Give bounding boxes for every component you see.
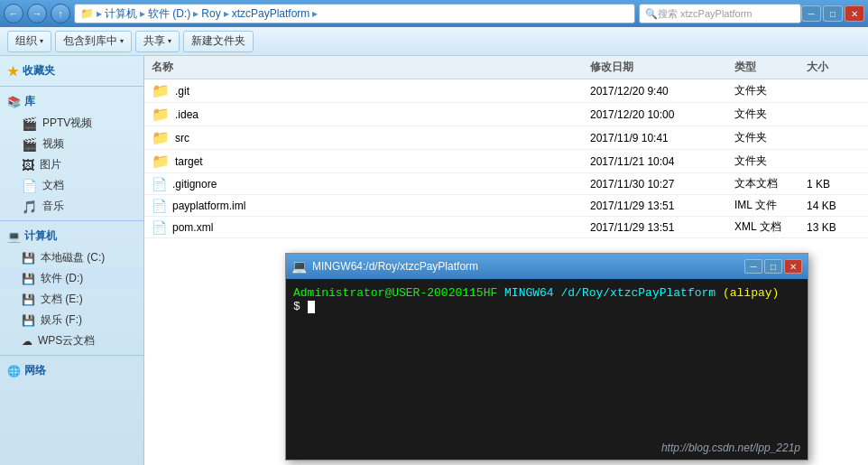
drive-本地磁盘 (C:)[interactable]: 💾本地磁盘 (C:) [0, 247, 143, 268]
sidebar-item-文档[interactable]: 📄文档 [0, 175, 143, 196]
folder-icon: 📁 [152, 129, 170, 146]
watermark: http://blog.csdn.net/lpp_221p [661, 442, 800, 454]
lib-item-icon: 🎬 [22, 137, 37, 152]
close-button[interactable]: ✕ [845, 5, 864, 22]
folder-icon: 📁 [152, 106, 170, 123]
include-library-button[interactable]: 包含到库中 ▾ [55, 31, 132, 52]
file-rows: 📁.git 2017/12/20 9:40 文件夹 📁.idea 2017/12… [144, 79, 868, 238]
terminal-line-2: $ [293, 300, 800, 313]
terminal-minimize[interactable]: ─ [744, 259, 762, 274]
file-size: 13 KB [807, 221, 861, 234]
folder-icon: 📁 [152, 82, 170, 99]
lib-item-icon: 🖼 [22, 158, 34, 172]
share-button[interactable]: 共享 ▾ [135, 31, 180, 52]
file-icon: 📄 [152, 220, 167, 235]
file-name-cell: 📁target [152, 153, 590, 170]
library-header[interactable]: 📚 库 [0, 90, 143, 113]
file-name-cell: 📁.idea [152, 106, 590, 123]
file-type: 文件夹 [734, 130, 807, 145]
search-placeholder: 搜索 xtzcPayPlatform [658, 7, 753, 21]
file-name-cell: 📄pom.xml [152, 220, 590, 235]
new-folder-button[interactable]: 新建文件夹 [183, 31, 254, 52]
terminal-branch: (alipay) [723, 286, 779, 300]
address-computer[interactable]: 计算机 [105, 6, 137, 22]
divider2 [0, 220, 143, 221]
maximize-button[interactable]: □ [823, 5, 843, 22]
file-date: 2017/11/30 10:27 [590, 178, 734, 191]
col-date: 修改日期 [590, 60, 734, 75]
computer-icon: 💻 [7, 230, 21, 243]
library-items: 🎬PPTV视频🎬视频🖼图片📄文档🎵音乐 [0, 113, 143, 217]
search-bar[interactable]: 🔍 搜索 xtzcPayPlatform [639, 4, 801, 23]
drive-文档 (E:)[interactable]: 💾文档 (E:) [0, 289, 143, 310]
minimize-button[interactable]: ─ [801, 5, 821, 22]
address-drive[interactable]: 软件 (D:) [148, 6, 190, 22]
file-name-cell: 📄.gitignore [152, 177, 590, 191]
sidebar-item-图片[interactable]: 🖼图片 [0, 154, 143, 175]
window-controls: ─ □ ✕ [801, 5, 864, 22]
terminal-body[interactable]: Administrator@USER-20020115HF MINGW64 /d… [286, 279, 808, 460]
terminal-mingw: MINGW64 [504, 286, 554, 300]
file-type: 文件夹 [734, 83, 807, 98]
address-folder2[interactable]: xtzcPayPlatform [232, 7, 310, 20]
file-name-cell: 📁src [152, 129, 590, 146]
terminal-close[interactable]: ✕ [784, 259, 802, 274]
favorites-header[interactable]: ★ 收藏夹 [0, 60, 143, 82]
terminal-cursor [308, 301, 315, 313]
file-type: 文本文档 [734, 176, 807, 191]
file-date: 2017/12/20 9:40 [590, 85, 734, 98]
drive-icon: 💾 [22, 293, 35, 306]
terminal-controls: ─ □ ✕ [744, 259, 802, 274]
table-row[interactable]: 📁.idea 2017/12/20 10:00 文件夹 [144, 103, 868, 126]
library-icon: 📚 [7, 96, 21, 108]
drive-娱乐 (F:)[interactable]: 💾娱乐 (F:) [0, 310, 143, 330]
file-type: XML 文档 [734, 219, 807, 235]
drive-icon: 💾 [22, 252, 35, 265]
address-folder1[interactable]: Roy [201, 7, 220, 20]
table-row[interactable]: 📁target 2017/11/21 10:04 文件夹 [144, 150, 868, 173]
sidebar-item-视频[interactable]: 🎬视频 [0, 134, 143, 154]
up-button[interactable]: ↑ [51, 4, 70, 23]
terminal-icon: 💻 [291, 259, 307, 274]
col-size: 大小 [807, 60, 861, 75]
table-row[interactable]: 📄.gitignore 2017/11/30 10:27 文本文档 1 KB [144, 173, 868, 195]
lib-item-icon: 📄 [22, 179, 37, 193]
terminal-prompt: $ [293, 300, 300, 313]
file-icon: 📄 [152, 177, 167, 191]
terminal-user: Administrator@USER-20020115HF [293, 286, 497, 300]
network-icon: 🌐 [7, 365, 21, 377]
file-date: 2017/12/20 10:00 [590, 108, 734, 121]
file-date: 2017/11/29 13:51 [590, 200, 734, 212]
file-type: IML 文件 [734, 198, 807, 213]
address-bar[interactable]: 📁 ▸ 计算机 ▸ 软件 (D:) ▸ Roy ▸ xtzcPayPlatfor… [74, 4, 635, 23]
drive-软件 (D:)[interactable]: 💾软件 (D:) [0, 268, 143, 289]
file-name-cell: 📄payplatform.iml [152, 199, 590, 213]
forward-button[interactable]: → [27, 4, 47, 23]
table-row[interactable]: 📁src 2017/11/9 10:41 文件夹 [144, 126, 868, 150]
drive-WPS云文档[interactable]: ☁WPS云文档 [0, 330, 143, 351]
terminal-window: 💻 MINGW64:/d/Roy/xtzcPayPlatform ─ □ ✕ A… [285, 253, 808, 460]
terminal-line-1: Administrator@USER-20020115HF MINGW64 /d… [293, 286, 800, 300]
drive-items: 💾本地磁盘 (C:)💾软件 (D:)💾文档 (E:)💾娱乐 (F:)☁WPS云文… [0, 247, 143, 351]
file-type: 文件夹 [734, 153, 807, 169]
drive-icon: 💾 [22, 314, 35, 327]
back-button[interactable]: ← [4, 4, 23, 23]
sidebar: ★ 收藏夹 📚 库 🎬PPTV视频🎬视频🖼图片📄文档🎵音乐 💻 计算机 💾本地磁… [0, 56, 144, 465]
lib-item-icon: 🎵 [22, 200, 37, 214]
sidebar-item-音乐[interactable]: 🎵音乐 [0, 196, 143, 217]
network-header[interactable]: 🌐 网络 [0, 359, 143, 382]
table-row[interactable]: 📁.git 2017/12/20 9:40 文件夹 [144, 79, 868, 103]
folder-icon-small: 📁 [80, 7, 94, 20]
toolbar: 组织 ▾ 包含到库中 ▾ 共享 ▾ 新建文件夹 [0, 27, 868, 56]
file-type: 文件夹 [734, 107, 807, 122]
table-row[interactable]: 📄payplatform.iml 2017/11/29 13:51 IML 文件… [144, 195, 868, 217]
sidebar-item-PPTV视频[interactable]: 🎬PPTV视频 [0, 113, 143, 134]
terminal-title-bar: 💻 MINGW64:/d/Roy/xtzcPayPlatform ─ □ ✕ [286, 254, 808, 279]
table-row[interactable]: 📄pom.xml 2017/11/29 13:51 XML 文档 13 KB [144, 217, 868, 238]
folder-icon: 📁 [152, 153, 170, 170]
computer-header[interactable]: 💻 计算机 [0, 225, 143, 247]
terminal-title: 💻 MINGW64:/d/Roy/xtzcPayPlatform [291, 259, 741, 274]
organize-button[interactable]: 组织 ▾ [7, 31, 51, 52]
terminal-maximize[interactable]: □ [764, 259, 782, 274]
file-size: 1 KB [807, 178, 861, 191]
